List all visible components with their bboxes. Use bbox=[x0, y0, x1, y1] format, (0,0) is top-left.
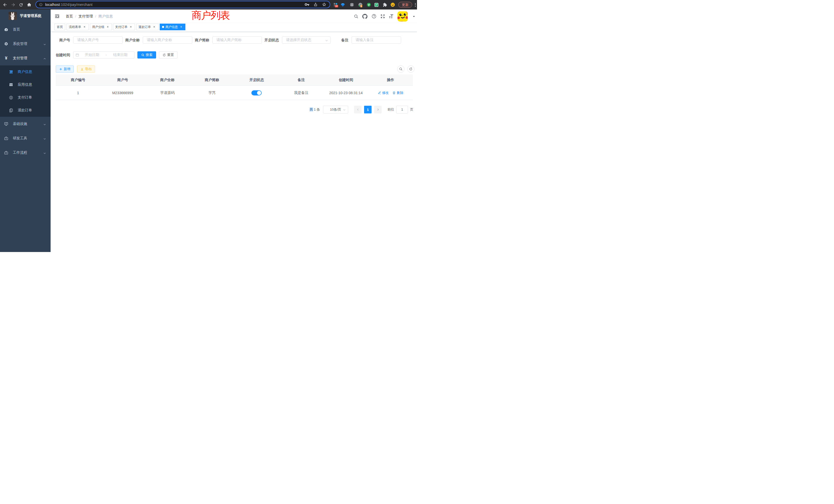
goto-page-input[interactable]: 1 bbox=[396, 106, 408, 113]
sidebar-item-home[interactable]: 首页 bbox=[0, 22, 50, 37]
header-fullscreen-button[interactable] bbox=[379, 9, 387, 23]
create-time-range-picker[interactable]: 开始日期 - 结束日期 bbox=[73, 51, 135, 59]
tag-close-icon[interactable]: × bbox=[106, 25, 110, 29]
tag-user-group[interactable]: 用户分组 × bbox=[90, 24, 112, 30]
sidebar-item-label: 基础设施 bbox=[13, 122, 27, 126]
search-button[interactable]: 搜索 bbox=[137, 51, 156, 59]
breadcrumb-home[interactable]: 首页 bbox=[66, 14, 73, 19]
extension-green-v-icon[interactable] bbox=[366, 0, 372, 9]
browser-forward-button[interactable] bbox=[9, 0, 17, 9]
tag-close-icon[interactable]: × bbox=[129, 25, 133, 29]
status-switch[interactable] bbox=[251, 90, 262, 95]
refresh-table-button[interactable] bbox=[407, 65, 414, 73]
extension-chat-icon[interactable] bbox=[373, 0, 380, 9]
edit-link[interactable]: 修改 bbox=[378, 91, 389, 95]
search-icon bbox=[354, 14, 358, 19]
tag-home[interactable]: 首页 bbox=[54, 24, 65, 30]
sidebar-item-app-info[interactable]: 应用信息 bbox=[0, 78, 50, 91]
sidebar-item-workflow[interactable]: 工作流程 bbox=[0, 145, 50, 160]
extension-profile-icon[interactable]: 1 bbox=[357, 0, 364, 9]
cell-actions: 修改 删除 bbox=[368, 86, 413, 100]
toolbox-icon bbox=[4, 136, 8, 140]
header-search-button[interactable] bbox=[352, 9, 360, 23]
next-page-button[interactable] bbox=[374, 106, 381, 113]
merchant-no-input[interactable]: 请输入商户号 bbox=[73, 37, 123, 44]
extension-emoji-icon[interactable] bbox=[389, 0, 396, 9]
browser-toolbar: localhost:1024/pay/merchant 10 1 bbox=[0, 0, 417, 9]
tag-pay-order[interactable]: 支付订单 × bbox=[113, 24, 135, 30]
extension-gem-icon[interactable] bbox=[339, 0, 346, 9]
date-start-placeholder[interactable]: 开始日期 bbox=[80, 53, 104, 57]
show-search-toggle-button[interactable] bbox=[397, 65, 404, 73]
filter-remark-label: 备注 bbox=[334, 37, 352, 44]
share-icon[interactable] bbox=[313, 2, 318, 7]
tag-merchant-info[interactable]: 商户信息 × bbox=[160, 24, 185, 30]
tag-close-icon[interactable]: × bbox=[83, 25, 86, 29]
tag-close-icon[interactable]: × bbox=[153, 25, 156, 29]
tag-close-icon[interactable]: × bbox=[179, 25, 183, 29]
add-button[interactable]: 新增 bbox=[56, 65, 74, 73]
password-key-icon[interactable] bbox=[305, 2, 309, 7]
date-end-placeholder[interactable]: 结束日期 bbox=[108, 53, 132, 57]
extension-badge: 10 bbox=[335, 5, 338, 7]
sidebar-item-pay-order[interactable]: 支付订单 bbox=[0, 91, 50, 104]
cell-full-name: 芋道源码 bbox=[145, 86, 190, 100]
hamburger-icon[interactable] bbox=[55, 14, 60, 19]
bookmark-star-icon[interactable] bbox=[322, 2, 327, 7]
profile-badge: 1 bbox=[360, 5, 362, 7]
forward-arrow-icon bbox=[11, 2, 16, 7]
user-avatar[interactable] bbox=[397, 9, 408, 23]
sidebar-item-infrastructure[interactable]: 基础设施 bbox=[0, 117, 50, 131]
extension-command-icon[interactable] bbox=[348, 0, 355, 9]
avatar-caret-down-icon[interactable] bbox=[412, 9, 416, 23]
delete-link[interactable]: 删除 bbox=[392, 91, 403, 95]
sidebar-item-dev-tools[interactable]: 研发工具 bbox=[0, 131, 50, 145]
font-size-icon bbox=[389, 14, 394, 19]
browser-update-button[interactable]: 更新 bbox=[398, 2, 412, 8]
site-info-icon[interactable] bbox=[39, 3, 43, 6]
reset-button[interactable]: 重置 bbox=[159, 51, 177, 59]
header-github-button[interactable] bbox=[361, 9, 369, 23]
sidebar-item-refund-order[interactable]: 退款订单 bbox=[0, 104, 50, 117]
remark-input[interactable]: 请输入备注 bbox=[352, 37, 401, 44]
tag-process-form[interactable]: 流程表单 × bbox=[66, 24, 89, 30]
pikachu-avatar bbox=[397, 11, 408, 22]
chevron-left-icon bbox=[356, 108, 359, 111]
th-merchant-no: 商户号 bbox=[101, 74, 145, 86]
full-name-input[interactable]: 请输入商户全称 bbox=[143, 37, 192, 44]
merchant-table: 商户编号 商户号 商户全称 商户简称 开启状态 备注 创建时间 操作 1 M23… bbox=[56, 74, 413, 100]
sidebar-item-system[interactable]: 系统管理 bbox=[0, 37, 50, 51]
update-label: 更新 bbox=[402, 3, 409, 7]
active-tag-dot bbox=[162, 26, 164, 28]
breadcrumb-payment[interactable]: 支付管理 bbox=[79, 14, 93, 19]
sidebar-item-merchant-info[interactable]: 商户信息 bbox=[0, 65, 50, 78]
status-select[interactable]: 请选择开启状态 bbox=[282, 37, 331, 44]
browser-menu-button[interactable] bbox=[414, 2, 417, 8]
sidebar-logo[interactable]: 芋道管理系统 bbox=[0, 9, 50, 22]
prev-page-button[interactable] bbox=[354, 106, 361, 113]
browser-reload-button[interactable] bbox=[17, 0, 25, 9]
placeholder-text: 请输入备注 bbox=[356, 38, 374, 42]
th-short-name: 商户简称 bbox=[190, 74, 235, 86]
page-button-1[interactable]: 1 bbox=[364, 106, 372, 113]
sidebar-submenu-payment: 商户信息 应用信息 支付订单 退款订单 bbox=[0, 65, 50, 117]
extension-grid-icon[interactable]: 10 bbox=[332, 0, 339, 9]
date-separator: - bbox=[104, 53, 108, 57]
home-icon bbox=[27, 2, 31, 7]
page-size-select[interactable]: 10条/页 bbox=[323, 106, 348, 113]
header-fontsize-button[interactable] bbox=[387, 9, 395, 23]
address-bar[interactable]: localhost:1024/pay/merchant bbox=[36, 1, 330, 8]
button-label: 导出 bbox=[85, 67, 92, 71]
browser-back-button[interactable] bbox=[1, 0, 9, 9]
tag-refund-order[interactable]: 退款订单 × bbox=[136, 24, 158, 30]
command-icon bbox=[349, 2, 354, 7]
export-button[interactable]: 导出 bbox=[77, 65, 95, 73]
browser-home-button[interactable] bbox=[25, 0, 33, 9]
placeholder-text: 请输入商户简称 bbox=[217, 38, 242, 42]
short-name-input[interactable]: 请输入商户简称 bbox=[212, 37, 262, 44]
sidebar-item-payment[interactable]: ¥ 支付管理 bbox=[0, 51, 50, 65]
download-icon bbox=[80, 68, 84, 71]
header-help-button[interactable] bbox=[370, 9, 378, 23]
sidebar-item-label: 退款订单 bbox=[18, 108, 32, 113]
extensions-puzzle-button[interactable] bbox=[381, 0, 388, 9]
